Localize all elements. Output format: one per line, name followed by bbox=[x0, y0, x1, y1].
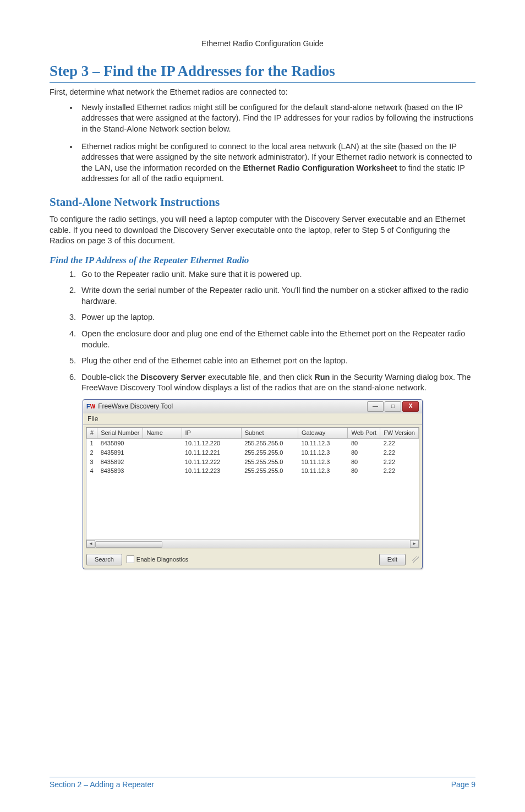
table-cell bbox=[143, 438, 182, 448]
bullet-list: Newly installed Ethernet radios might st… bbox=[50, 102, 475, 184]
col-webport[interactable]: Web Port bbox=[348, 428, 380, 438]
table-cell bbox=[143, 466, 182, 476]
table-cell: 8435892 bbox=[97, 457, 143, 467]
col-name[interactable]: Name bbox=[143, 428, 182, 438]
list-item: Newly installed Ethernet radios might st… bbox=[78, 102, 475, 135]
list-item: Write down the serial number of the Repe… bbox=[78, 285, 475, 307]
footer-page: Page 9 bbox=[451, 780, 475, 790]
table-cell: 10.11.12.3 bbox=[298, 466, 348, 476]
scroll-thumb[interactable] bbox=[95, 541, 162, 548]
table-cell: 10.11.12.220 bbox=[182, 438, 241, 448]
step-heading: Step 3 – Find the IP Addresses for the R… bbox=[50, 61, 475, 83]
col-hash[interactable]: # bbox=[87, 428, 97, 438]
page-footer: Section 2 – Adding a Repeater Page 9 bbox=[50, 777, 475, 790]
grid-wrap: # Serial Number Name IP Subnet Gateway W… bbox=[86, 427, 419, 548]
table-cell: 80 bbox=[348, 448, 380, 457]
table-cell: 1 bbox=[87, 438, 97, 448]
table-cell: 2.22 bbox=[380, 466, 419, 476]
table-header-row: # Serial Number Name IP Subnet Gateway W… bbox=[87, 428, 419, 438]
table-cell: 10.11.12.222 bbox=[182, 457, 241, 467]
scroll-track[interactable] bbox=[95, 541, 410, 547]
table-cell: 10.11.12.3 bbox=[298, 438, 348, 448]
subsubheading: Find the IP Address of the Repeater Ethe… bbox=[50, 254, 475, 267]
col-subnet[interactable]: Subnet bbox=[241, 428, 298, 438]
table-cell: 10.11.12.3 bbox=[298, 457, 348, 467]
search-button[interactable]: Search bbox=[86, 554, 122, 565]
horizontal-scrollbar[interactable]: ◄ ► bbox=[86, 539, 419, 548]
radio-table: # Serial Number Name IP Subnet Gateway W… bbox=[86, 428, 419, 476]
col-ip[interactable]: IP bbox=[182, 428, 241, 438]
table-cell bbox=[143, 448, 182, 457]
minimize-button[interactable]: — bbox=[367, 401, 384, 412]
close-button[interactable]: X bbox=[402, 401, 419, 412]
table-cell: 8435891 bbox=[97, 448, 143, 457]
numbered-list: Go to the Repeater radio unit. Make sure… bbox=[50, 269, 475, 394]
file-menu[interactable]: File bbox=[88, 415, 98, 423]
table-row[interactable]: 1843589010.11.12.220255.255.255.010.11.1… bbox=[87, 438, 419, 448]
table-cell: 255.255.255.0 bbox=[241, 457, 298, 467]
table-cell: 255.255.255.0 bbox=[241, 448, 298, 457]
resize-grip-icon[interactable] bbox=[412, 556, 419, 563]
col-fwversion[interactable]: FW Version bbox=[380, 428, 419, 438]
paragraph: To configure the radio settings, you wil… bbox=[50, 214, 475, 247]
table-cell: 10.11.12.3 bbox=[298, 448, 348, 457]
table-cell: 2 bbox=[87, 448, 97, 457]
col-serial[interactable]: Serial Number bbox=[97, 428, 143, 438]
table-cell: 2.22 bbox=[380, 438, 419, 448]
freewave-logo-icon: FW bbox=[86, 402, 95, 411]
table-cell: 2.22 bbox=[380, 457, 419, 467]
list-item: Open the enclosure door and plug one end… bbox=[78, 329, 475, 350]
table-cell: 4 bbox=[87, 466, 97, 476]
scroll-right-icon[interactable]: ► bbox=[410, 540, 419, 548]
list-item: Double-click the Discovery Server execut… bbox=[78, 372, 475, 394]
table-cell: 80 bbox=[348, 466, 380, 476]
footer-section: Section 2 – Adding a Repeater bbox=[50, 780, 154, 790]
checkbox-icon[interactable] bbox=[127, 555, 134, 563]
discovery-tool-window: FW FreeWave Discovery Tool — □ X File # … bbox=[83, 399, 423, 569]
table-row[interactable]: 4843589310.11.12.223255.255.255.010.11.1… bbox=[87, 466, 419, 476]
titlebar[interactable]: FW FreeWave Discovery Tool — □ X bbox=[83, 400, 422, 413]
subheading: Stand-Alone Network Instructions bbox=[50, 194, 475, 210]
maximize-button[interactable]: □ bbox=[385, 401, 401, 412]
table-cell: 2.22 bbox=[380, 448, 419, 457]
list-item: Go to the Repeater radio unit. Make sure… bbox=[78, 269, 475, 280]
table-row[interactable]: 2843589110.11.12.221255.255.255.010.11.1… bbox=[87, 448, 419, 457]
table-cell: 8435893 bbox=[97, 466, 143, 476]
table-cell: 8435890 bbox=[97, 438, 143, 448]
window-title: FreeWave Discovery Tool bbox=[98, 402, 366, 411]
table-cell: 80 bbox=[348, 438, 380, 448]
table-cell: 10.11.12.221 bbox=[182, 448, 241, 457]
checkbox-label: Enable Diagnostics bbox=[136, 555, 188, 564]
table-row[interactable]: 3843589210.11.12.222255.255.255.010.11.1… bbox=[87, 457, 419, 467]
table-cell bbox=[143, 457, 182, 467]
enable-diagnostics-checkbox[interactable]: Enable Diagnostics bbox=[127, 555, 188, 564]
scroll-left-icon[interactable]: ◄ bbox=[86, 540, 95, 548]
bottom-bar: Search Enable Diagnostics Exit bbox=[83, 551, 422, 569]
list-item: Power up the laptop. bbox=[78, 312, 475, 323]
table-cell: 255.255.255.0 bbox=[241, 438, 298, 448]
table-cell: 10.11.12.223 bbox=[182, 466, 241, 476]
list-item: Plug the other end of the Ethernet cable… bbox=[78, 356, 475, 367]
table-cell: 80 bbox=[348, 457, 380, 467]
table-cell: 255.255.255.0 bbox=[241, 466, 298, 476]
list-item: Ethernet radios might be configured to c… bbox=[78, 141, 475, 184]
menubar: File bbox=[83, 413, 422, 425]
intro-paragraph: First, determine what network the Ethern… bbox=[50, 87, 475, 98]
col-gateway[interactable]: Gateway bbox=[298, 428, 348, 438]
running-header: Ethernet Radio Configuration Guide bbox=[50, 39, 475, 49]
table-cell: 3 bbox=[87, 457, 97, 467]
exit-button[interactable]: Exit bbox=[379, 554, 406, 565]
